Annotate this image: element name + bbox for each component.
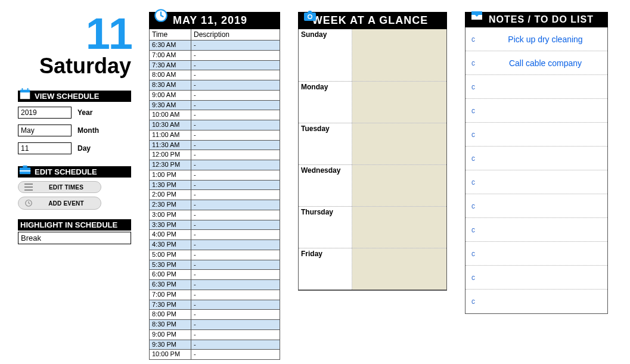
schedule-row[interactable]: 5:30 PM- — [150, 260, 280, 270]
note-row[interactable]: c — [465, 75, 607, 99]
schedule-row[interactable]: 7:00 PM- — [150, 290, 280, 300]
note-bullet: c — [468, 297, 486, 306]
schedule-row[interactable]: 7:30 AM- — [150, 61, 280, 71]
highlight-value[interactable]: Break — [18, 232, 131, 244]
schedule-desc: - — [191, 310, 280, 319]
schedule-row[interactable]: 1:30 PM- — [150, 181, 280, 191]
schedule-row[interactable]: 12:30 PM- — [150, 160, 280, 170]
view-schedule-filters: Year Month Day — [18, 107, 131, 154]
svg-rect-6 — [24, 186, 33, 188]
schedule-row[interactable]: 2:00 PM- — [150, 190, 280, 200]
schedule-desc: - — [191, 300, 280, 310]
schedule-row[interactable]: 9:30 PM- — [150, 340, 280, 350]
week-day-block[interactable]: Tuesday — [299, 123, 446, 165]
schedule-row[interactable]: 9:00 AM- — [150, 91, 280, 101]
schedule-time: 6:00 PM — [150, 270, 191, 279]
note-row[interactable]: cCall cable company — [465, 51, 607, 75]
schedule-row[interactable]: 3:00 PM- — [150, 210, 280, 220]
schedule-row[interactable]: 8:30 AM- — [150, 80, 280, 91]
week-day-block[interactable]: Monday — [299, 82, 446, 123]
week-day-content[interactable] — [352, 207, 446, 248]
schedule-row[interactable]: 5:00 PM- — [150, 250, 280, 260]
note-row[interactable]: c — [465, 170, 607, 194]
note-row[interactable]: c — [465, 194, 607, 218]
schedule-desc: - — [191, 330, 280, 340]
day-input[interactable] — [18, 142, 72, 154]
clock-header-icon — [153, 7, 169, 24]
schedule-row[interactable]: 8:00 AM- — [150, 70, 280, 80]
svg-rect-0 — [22, 88, 23, 91]
schedule-row[interactable]: 6:30 AM- — [150, 41, 280, 51]
week-day-content[interactable] — [352, 165, 446, 206]
schedule-row[interactable]: 10:00 AM- — [150, 110, 280, 120]
schedule-time: 7:30 PM — [150, 300, 191, 310]
day-label: Day — [77, 144, 91, 153]
highlight-title: HIGHLIGHT IN SCHEDULE — [20, 220, 117, 229]
note-row[interactable]: c — [465, 147, 607, 170]
note-row[interactable]: c — [465, 266, 607, 290]
schedule-row[interactable]: 9:30 AM- — [150, 101, 280, 111]
schedule-row[interactable]: 7:00 AM- — [150, 51, 280, 61]
schedule-row[interactable]: 6:30 PM- — [150, 280, 280, 290]
schedule-date-label: MAY 11, 2019 — [173, 14, 247, 26]
note-row[interactable]: c — [465, 218, 607, 242]
week-day-content[interactable] — [352, 123, 446, 164]
schedule-row[interactable]: 11:30 AM- — [150, 141, 280, 151]
schedule-row[interactable]: 3:30 PM- — [150, 220, 280, 231]
schedule-row[interactable]: 4:00 PM- — [150, 230, 280, 240]
schedule-desc: - — [191, 160, 280, 170]
week-day-block[interactable]: Friday — [299, 248, 446, 290]
highlight-header: HIGHLIGHT IN SCHEDULE — [18, 219, 131, 231]
svg-rect-3 — [23, 166, 27, 168]
schedule-time: 8:00 AM — [150, 70, 191, 80]
schedule-desc: - — [191, 150, 280, 160]
schedule-row[interactable]: 6:00 PM- — [150, 270, 280, 280]
note-bullet: c — [468, 130, 486, 139]
notes-title: NOTES / TO DO LIST — [489, 14, 594, 24]
schedule-desc: - — [191, 240, 280, 250]
year-input[interactable] — [18, 107, 72, 119]
clock-icon — [24, 199, 33, 207]
schedule-row[interactable]: 1:00 PM- — [150, 170, 280, 181]
schedule-desc: - — [191, 51, 280, 60]
note-row[interactable]: c — [465, 242, 607, 266]
schedule-time: 9:30 AM — [150, 101, 191, 110]
schedule-row[interactable]: 9:00 PM- — [150, 330, 280, 340]
schedule-row[interactable]: 10:30 AM- — [150, 120, 280, 130]
schedule-time: 7:00 AM — [150, 51, 191, 60]
notes-panel: NOTES / TO DO LIST cPick up dry cleaning… — [465, 12, 608, 314]
week-day-block[interactable]: Thursday — [299, 207, 446, 248]
schedule-row[interactable]: 4:30 PM- — [150, 240, 280, 250]
week-day-label: Friday — [299, 248, 352, 290]
schedule-desc: - — [191, 220, 280, 230]
week-day-block[interactable]: Wednesday — [299, 165, 446, 207]
week-day-block[interactable]: Sunday — [299, 29, 446, 82]
schedule-time: 12:30 PM — [150, 160, 191, 170]
schedule-row[interactable]: 10:00 PM- — [150, 350, 280, 359]
schedule-desc: - — [191, 101, 280, 110]
svg-point-13 — [309, 15, 312, 18]
week-day-content[interactable] — [352, 29, 446, 81]
week-day-content[interactable] — [352, 248, 446, 290]
schedule-row[interactable]: 11:00 AM- — [150, 130, 280, 141]
schedule-time: 5:30 PM — [150, 260, 191, 270]
schedule-desc: - — [191, 200, 280, 210]
schedule-time: 3:30 PM — [150, 220, 191, 230]
week-day-content[interactable] — [352, 82, 446, 123]
month-input[interactable] — [18, 125, 72, 136]
schedule-row[interactable]: 8:00 PM- — [150, 310, 280, 320]
schedule-row[interactable]: 12:00 PM- — [150, 150, 280, 160]
note-row[interactable]: cPick up dry cleaning — [465, 27, 607, 51]
schedule-row[interactable]: 7:30 PM- — [150, 300, 280, 310]
note-row[interactable]: c — [465, 290, 607, 313]
notes-header: NOTES / TO DO LIST — [465, 12, 608, 27]
schedule-row[interactable]: 2:30 PM- — [150, 200, 280, 210]
add-event-button[interactable]: ADD EVENT — [18, 197, 101, 210]
note-text: Pick up dry cleaning — [486, 35, 605, 44]
camera-icon — [302, 7, 318, 24]
note-row[interactable]: c — [465, 123, 607, 147]
edit-times-button[interactable]: EDIT TIMES — [18, 181, 101, 193]
schedule-row[interactable]: 8:30 PM- — [150, 320, 280, 330]
svg-rect-4 — [20, 170, 30, 172]
note-row[interactable]: c — [465, 99, 607, 123]
